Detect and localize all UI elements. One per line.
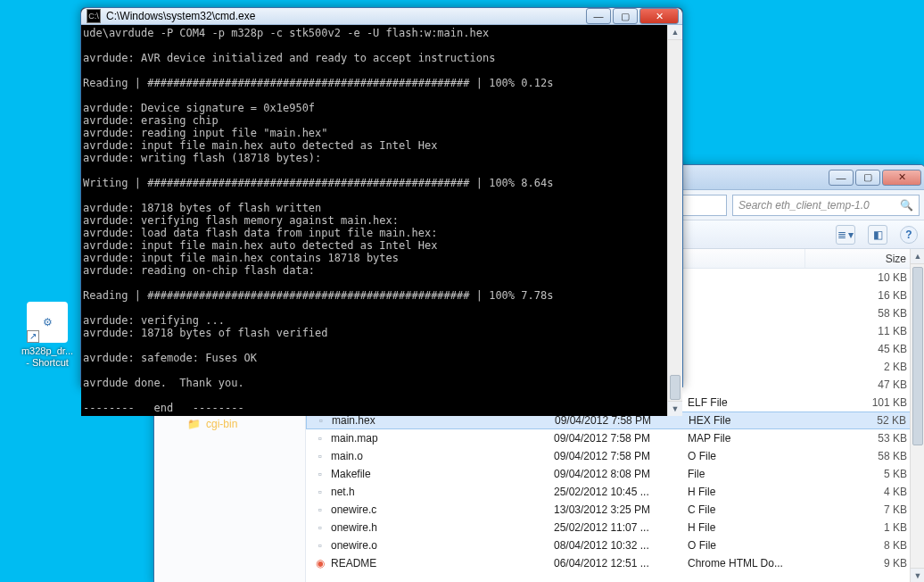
cell-size: 10 KB bbox=[805, 271, 924, 284]
cell-date: 09/04/2012 8:08 PM bbox=[547, 468, 681, 480]
cell-size: 11 KB bbox=[805, 325, 924, 337]
table-row[interactable]: ▫onewire.o08/04/2012 10:32 ...O File8 KB bbox=[306, 536, 924, 554]
cell-type: H File bbox=[681, 521, 805, 534]
file-icon: ▫ bbox=[314, 414, 328, 427]
file-icon: ▫ bbox=[313, 432, 327, 445]
cell-name: onewire.h bbox=[331, 521, 377, 534]
cell-size: 5 KB bbox=[805, 468, 924, 480]
cell-size: 2 KB bbox=[805, 361, 924, 373]
cell-date: 09/04/2012 7:58 PM bbox=[547, 432, 681, 445]
cell-name: onewire.o bbox=[331, 539, 377, 552]
scroll-thumb[interactable] bbox=[912, 267, 923, 445]
cmd-scrollbar[interactable]: ▲ ▼ bbox=[667, 25, 682, 416]
minimize-button[interactable]: — bbox=[829, 170, 854, 186]
cell-date: 08/04/2012 10:32 ... bbox=[547, 539, 681, 552]
col-type[interactable] bbox=[681, 249, 805, 268]
cell-size: 53 KB bbox=[805, 432, 924, 445]
search-input[interactable]: Search eth_client_temp-1.0 🔍 bbox=[732, 195, 920, 216]
cell-name: Makefile bbox=[331, 468, 371, 480]
cmd-window[interactable]: C:\ C:\Windows\system32\cmd.exe — ▢ ✕ ud… bbox=[80, 7, 683, 387]
table-row[interactable]: ◉README06/04/2012 12:51 ...Chrome HTML D… bbox=[306, 554, 924, 572]
filelist-scrollbar[interactable]: ▲ ▼ bbox=[910, 249, 924, 582]
cell-name: main.map bbox=[331, 432, 378, 445]
cell-type: H File bbox=[681, 486, 805, 498]
minimize-button[interactable]: — bbox=[586, 8, 611, 24]
table-row[interactable]: ▫main.o09/04/2012 7:58 PMO File58 KB bbox=[306, 447, 924, 465]
cell-name: main.o bbox=[331, 450, 363, 462]
cell-date: 25/02/2012 11:07 ... bbox=[547, 521, 681, 534]
table-row[interactable]: ▫onewire.h25/02/2012 11:07 ...H File1 KB bbox=[306, 519, 924, 536]
cmd-output[interactable]: ude\avrdude -P COM4 -p m328p -c stk500v2… bbox=[81, 25, 667, 416]
scroll-thumb[interactable] bbox=[670, 375, 681, 400]
file-icon: ◉ bbox=[313, 557, 327, 570]
preview-pane-button[interactable]: ◧ bbox=[868, 225, 887, 245]
file-icon: ▫ bbox=[313, 503, 327, 516]
table-row[interactable]: ▫net.h25/02/2012 10:45 ...H File4 KB bbox=[306, 483, 924, 501]
table-row[interactable]: ▫onewire.c13/03/2012 3:25 PMC File7 KB bbox=[306, 501, 924, 519]
search-placeholder: Search eth_client_temp-1.0 bbox=[738, 199, 870, 212]
cell-size: 1 KB bbox=[805, 521, 924, 534]
desktop-shortcut-label: m328p_dr... - Shortcut bbox=[21, 345, 73, 369]
help-button[interactable]: ? bbox=[900, 226, 918, 244]
cell-name: main.hex bbox=[332, 414, 375, 427]
scroll-down-icon[interactable]: ▼ bbox=[911, 568, 924, 582]
file-icon: ▫ bbox=[313, 486, 327, 498]
table-row[interactable]: ▫Makefile09/04/2012 8:08 PMFile5 KB bbox=[306, 465, 924, 483]
cell-date: 06/04/2012 12:51 ... bbox=[547, 557, 681, 570]
scroll-up-icon[interactable]: ▲ bbox=[668, 25, 682, 40]
cell-type: HEX File bbox=[681, 414, 806, 427]
table-row[interactable]: ▫main.map09/04/2012 7:58 PMMAP File53 KB bbox=[306, 429, 924, 447]
scroll-down-icon[interactable]: ▼ bbox=[668, 401, 682, 416]
close-button[interactable]: ✕ bbox=[882, 170, 921, 186]
cell-type: File bbox=[681, 468, 805, 480]
file-icon: ▫ bbox=[313, 521, 327, 534]
sidebar-item[interactable]: 📁cgi-bin bbox=[154, 415, 305, 433]
cell-size: 45 KB bbox=[805, 343, 924, 355]
desktop-shortcut[interactable]: ⚙ ↗ m328p_dr... - Shortcut bbox=[14, 302, 80, 369]
cell-date: 09/04/2012 7:58 PM bbox=[548, 414, 681, 427]
cmd-icon: C:\ bbox=[87, 9, 101, 23]
cell-type: ELF File bbox=[681, 396, 805, 409]
cell-type: Chrome HTML Do... bbox=[681, 557, 805, 570]
file-icon: ▫ bbox=[313, 539, 327, 552]
cell-size: 8 KB bbox=[805, 539, 924, 552]
cell-size: 58 KB bbox=[805, 450, 924, 462]
cell-size: 47 KB bbox=[805, 378, 924, 391]
scroll-up-icon[interactable]: ▲ bbox=[911, 249, 924, 264]
cell-size: 9 KB bbox=[805, 557, 924, 570]
file-icon: ▫ bbox=[313, 450, 327, 462]
cell-size: 58 KB bbox=[805, 307, 924, 320]
cell-type: O File bbox=[681, 539, 805, 552]
close-button[interactable]: ✕ bbox=[639, 8, 679, 24]
cell-name: net.h bbox=[331, 486, 355, 498]
maximize-button[interactable]: ▢ bbox=[613, 8, 638, 24]
cell-name: onewire.c bbox=[331, 503, 376, 516]
file-icon: ▫ bbox=[313, 468, 327, 480]
cell-type: C File bbox=[681, 503, 805, 516]
shortcut-arrow-icon: ↗ bbox=[27, 330, 39, 343]
cell-date: 09/04/2012 7:58 PM bbox=[547, 450, 681, 462]
cell-date: 13/03/2012 3:25 PM bbox=[547, 503, 681, 516]
cell-name: README bbox=[331, 557, 376, 570]
cell-type: MAP File bbox=[681, 432, 805, 445]
view-mode-button[interactable]: ≣ bbox=[836, 225, 855, 245]
folder-icon: 📁 bbox=[186, 418, 201, 430]
maximize-button[interactable]: ▢ bbox=[855, 170, 880, 186]
search-icon[interactable]: 🔍 bbox=[900, 199, 913, 212]
cell-size: 7 KB bbox=[805, 503, 924, 516]
col-size[interactable]: Size bbox=[805, 249, 924, 268]
cell-date: 25/02/2012 10:45 ... bbox=[547, 486, 681, 498]
cell-size: 4 KB bbox=[805, 486, 924, 498]
cmd-titlebar[interactable]: C:\ C:\Windows\system32\cmd.exe — ▢ ✕ bbox=[81, 8, 682, 25]
sidebar-item-label: cgi-bin bbox=[206, 418, 237, 430]
cell-size: 52 KB bbox=[806, 414, 924, 427]
cell-type: O File bbox=[681, 450, 805, 462]
cmd-title: C:\Windows\system32\cmd.exe bbox=[106, 10, 584, 22]
cell-size: 101 KB bbox=[805, 396, 924, 409]
cell-size: 16 KB bbox=[805, 289, 924, 302]
